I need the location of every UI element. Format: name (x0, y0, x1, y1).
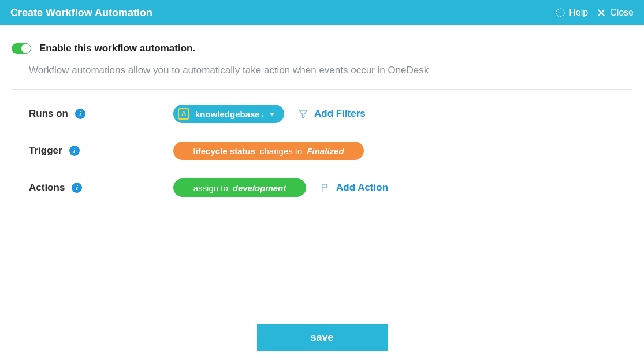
action-target: development (233, 183, 286, 193)
trigger-chip[interactable]: lifecycle status changes to Finalized (173, 142, 364, 160)
save-button[interactable]: save (257, 324, 388, 351)
add-filters-button[interactable]: Add Filters (298, 108, 366, 120)
runs-on-value: knowledgebase a (195, 109, 263, 119)
actions-label: Actions (29, 182, 65, 193)
action-verb: assign to (193, 183, 228, 193)
runs-on-controls: A knowledgebase a Add Filters (173, 105, 366, 123)
knowledgebase-icon: A (178, 108, 189, 120)
close-icon (596, 8, 606, 18)
runs-on-row: Runs on i A knowledgebase a Add Filters (12, 103, 632, 124)
actions-controls: assign to development Add Action (173, 178, 388, 197)
toggle-knob (21, 44, 31, 53)
description-text: Workflow automations allow you to automa… (12, 65, 632, 89)
dialog-footer: save (0, 324, 644, 351)
help-icon (555, 8, 565, 18)
close-button[interactable]: Close (596, 8, 634, 18)
info-icon[interactable]: i (75, 109, 85, 119)
trigger-label: Trigger (29, 145, 62, 157)
dialog-header: Create Workflow Automation Help Close (0, 0, 644, 25)
trigger-controls: lifecycle status changes to Finalized (173, 142, 364, 160)
close-label: Close (610, 8, 634, 18)
enable-toggle[interactable] (12, 43, 31, 54)
add-filters-label: Add Filters (314, 108, 366, 120)
enable-row: Enable this workflow automation. (12, 43, 632, 54)
action-chip[interactable]: assign to development (173, 178, 306, 197)
trigger-field: lifecycle status (193, 146, 255, 156)
divider (12, 89, 632, 90)
svg-point-0 (556, 9, 564, 17)
dialog-title: Create Workflow Automation (10, 7, 152, 19)
trigger-label-wrap: Trigger i (29, 145, 173, 157)
dialog-body: Enable this workflow automation. Workflo… (0, 25, 644, 198)
trigger-row: Trigger i lifecycle status changes to Fi… (12, 140, 632, 161)
chevron-down-icon (269, 113, 275, 116)
runs-on-select[interactable]: A knowledgebase a (173, 105, 284, 123)
actions-label-wrap: Actions i (29, 182, 173, 193)
info-icon[interactable]: i (72, 183, 82, 193)
flag-icon (320, 183, 330, 193)
trigger-operator: changes to (260, 146, 302, 156)
trigger-value: Finalized (307, 146, 344, 156)
svg-marker-3 (299, 110, 307, 118)
help-label: Help (569, 8, 588, 18)
help-button[interactable]: Help (555, 8, 588, 18)
add-action-label: Add Action (336, 182, 388, 193)
enable-label: Enable this workflow automation. (39, 43, 195, 54)
filter-icon (298, 109, 308, 119)
runs-on-label-wrap: Runs on i (29, 108, 173, 120)
header-actions: Help Close (555, 8, 634, 18)
actions-row: Actions i assign to development Add Acti… (12, 177, 632, 198)
info-icon[interactable]: i (69, 146, 80, 156)
add-action-button[interactable]: Add Action (320, 182, 388, 193)
runs-on-label: Runs on (29, 108, 68, 120)
